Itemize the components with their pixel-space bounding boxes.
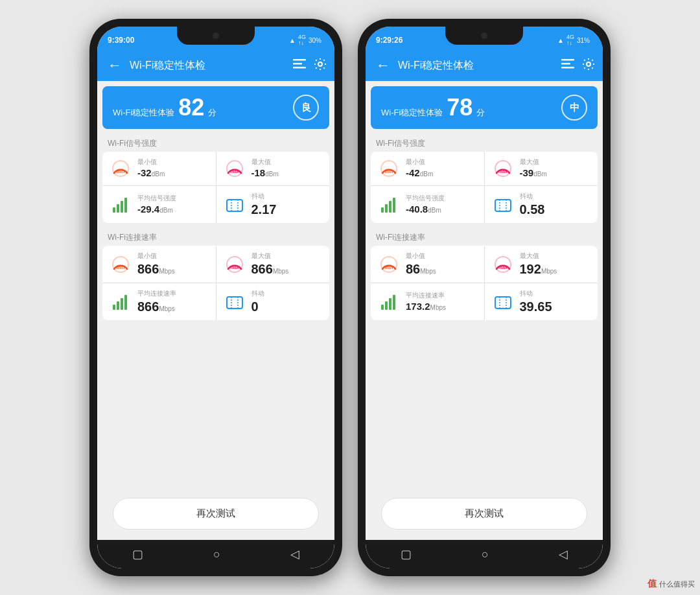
speed-min-value-right: 86Mbps [406,262,436,276]
svg-point-6 [227,161,242,176]
speed-jitter-card-right: 抖动 39.65 [485,283,598,320]
speed-max-label-right: 最大值 [520,252,557,261]
signal-avg-card-right: 平均信号强度 -40.8dBm [371,186,484,223]
time-left: 9:39:00 [108,36,134,45]
speed-avg-value-right: 173.2Mbps [406,301,446,312]
svg-point-3 [318,62,322,66]
retest-btn-left[interactable]: 再次测试 [113,498,319,530]
signal-min-card-right: min 最小值 -42dBm [371,152,484,185]
svg-rect-20 [117,301,119,310]
svg-rect-49 [495,297,511,309]
menu-icon-left[interactable] [293,59,306,73]
score-right-section: Wi-Fi稳定性体验 78 分 [381,94,485,121]
speed-avg-value-left: 866Mbps [137,299,176,314]
svg-text:max: max [229,169,239,174]
speed-avg-label-left: 平均连接速率 [137,290,176,298]
svg-rect-27 [561,63,570,65]
circle-btn-right[interactable]: ○ [482,548,489,561]
svg-point-41 [381,257,397,272]
back-btn-left[interactable]: ← [105,54,124,76]
svg-rect-12 [227,200,242,211]
svg-rect-10 [121,201,123,213]
speed-jitter-label-right: 抖动 [520,290,552,298]
square-btn-left[interactable]: ▢ [132,547,143,561]
svg-rect-23 [227,297,242,309]
speed-avg-label-right: 平均连接速率 [406,292,446,300]
battery-left: 30% [309,37,321,44]
speed-gauge-max-icon-right: max [493,254,513,275]
signal-jitter-card-left: 抖动 2.17 [216,186,330,223]
signal-min-value-right: -42dBm [406,168,433,179]
signal-max-value-right: -39dBm [520,168,547,179]
speed-avg-info-right: 平均连接速率 173.2Mbps [406,292,446,312]
speed-max-card-right: max 最大值 192Mbps [485,246,598,283]
watermark: 值 什么值得买 [648,578,695,590]
speed-min-value-left: 866Mbps [137,262,175,276]
speed-max-label-left: 最大值 [251,252,289,261]
svg-rect-38 [495,200,511,211]
svg-rect-0 [293,59,306,61]
notch-right [445,27,523,45]
back-btn-right[interactable]: ← [373,54,393,76]
svg-rect-2 [293,67,306,69]
menu-icon-right[interactable] [561,59,574,73]
svg-rect-19 [113,305,115,310]
signal-avg-icon-right [379,194,399,215]
svg-text:min: min [117,169,124,174]
speed-avg-card-right: 平均连接速率 173.2Mbps [371,283,484,320]
speed-grid-left: min 最小值 866Mbps max [102,246,329,320]
retest-btn-right[interactable]: 再次测试 [381,498,587,530]
svg-rect-21 [121,298,123,310]
svg-rect-9 [117,204,119,213]
speed-min-info-right: 最小值 86Mbps [406,252,436,276]
signal-jitter-value-left: 2.17 [251,202,277,216]
nav-title-left: Wi-Fi稳定性体检 [130,59,288,73]
svg-rect-26 [561,59,574,61]
signal-avg-label-right: 平均信号强度 [406,194,445,203]
triangle-btn-left[interactable]: ◁ [290,547,299,561]
speed-gauge-max-icon-left: max [224,254,245,275]
speed-avg-icon-right [379,292,399,312]
square-btn-right[interactable]: ▢ [401,547,412,561]
svg-rect-35 [385,204,388,213]
speed-min-card-left: min 最小值 866Mbps [102,246,216,283]
signal-section-title-right: Wi-Fi信号强度 [366,134,603,152]
svg-text:max: max [498,169,507,174]
settings-icon-right[interactable] [582,58,595,74]
speed-grid-right: min 最小值 86Mbps max [371,246,598,320]
speed-max-info-right: 最大值 192Mbps [520,252,557,276]
score-badge-right: 中 [561,95,587,121]
svg-rect-28 [561,67,574,69]
circle-btn-left[interactable]: ○ [213,548,220,561]
svg-point-32 [495,161,511,176]
jitter-signal-icon-right [493,194,513,215]
speed-avg-icon-left [110,292,131,312]
svg-text:max: max [498,265,507,270]
camera-right [481,32,487,39]
bottom-nav-left: ▢ ○ ◁ [97,540,334,568]
signal-jitter-card-right: 抖动 0.58 [485,186,598,223]
triangle-btn-right[interactable]: ◁ [559,547,568,561]
svg-rect-37 [393,198,395,213]
signal-min-card-left: min 最小值 -32dBm [102,152,216,185]
watermark-text: 什么值得买 [659,579,695,589]
speed-max-card-left: max 最大值 866Mbps [216,246,330,283]
gauge-max-icon-left: max [224,158,245,179]
speed-jitter-value-right: 39.65 [520,299,552,314]
top-nav-left: ← Wi-Fi稳定性体检 [97,50,334,81]
battery-right: 31% [577,37,590,44]
svg-point-17 [227,257,242,272]
speed-gauge-min-icon-right: min [379,254,399,275]
speed-gauge-min-icon-left: min [110,254,131,275]
signal-jitter-label-right: 抖动 [520,192,545,201]
speed-min-card-right: min 最小值 86Mbps [371,246,484,283]
signal-max-value-left: -18dBm [251,168,279,179]
score-label-left: Wi-Fi稳定性体验 [113,107,174,119]
settings-icon-left[interactable] [314,58,327,74]
svg-text:min: min [117,265,124,270]
speed-jitter-card-left: 抖动 0 [216,283,330,320]
speed-min-label-right: 最小值 [406,252,436,261]
notch-left [177,27,255,45]
signal-min-info-left: 最小值 -32dBm [137,158,165,179]
bottom-wrap-right: 再次测试 [366,320,603,540]
